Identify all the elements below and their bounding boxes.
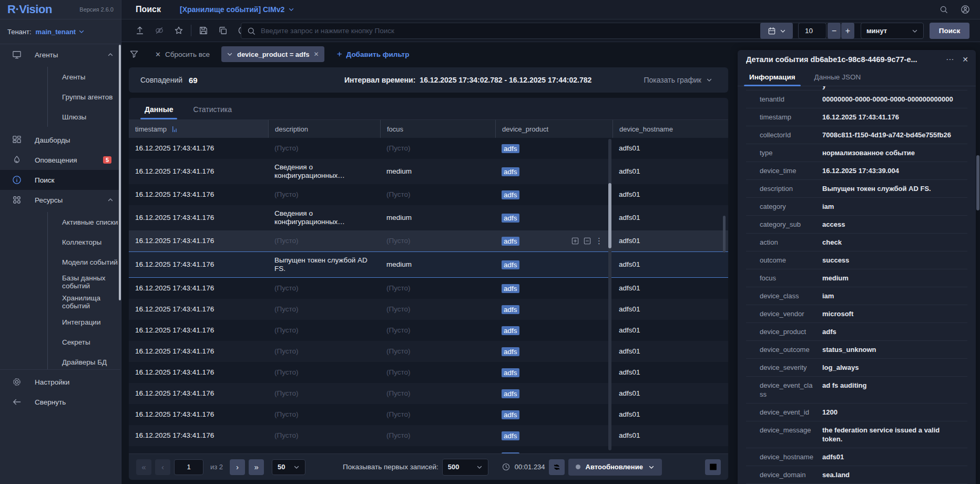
table-row[interactable]: 16.12.2025 17:43:41.176(Пусто)(Пусто)adf… <box>129 299 728 320</box>
sidebar-item-alerts[interactable]: Оповещения5 <box>0 150 121 170</box>
sidebar-subitem[interactable]: Агенты <box>48 67 121 87</box>
sidebar-subitem[interactable]: Коллекторы <box>48 232 121 252</box>
export-icon[interactable] <box>135 25 145 36</box>
field-row[interactable]: device_outcomestatus_unknown <box>746 341 967 359</box>
copy-icon[interactable] <box>218 25 228 36</box>
field-row[interactable]: device_messagethe federation service iss… <box>746 421 967 448</box>
sidebar-subitem[interactable]: Интеграции <box>48 312 121 332</box>
field-row[interactable]: device_domainsea.land <box>746 466 967 484</box>
sidebar-subitem[interactable]: Модели событий <box>48 252 121 272</box>
tenant-selector[interactable]: main_tenant <box>36 28 85 36</box>
field-row[interactable]: category_subaccess <box>746 216 967 234</box>
field-row[interactable]: device_vendormicrosoft <box>746 305 967 323</box>
table-row[interactable]: 16.12.2025 17:43:41.176(Пусто)(Пусто)adf… <box>129 230 728 251</box>
table-row[interactable]: 16.12.2025 17:43:41.176(Пусто)(Пусто)adf… <box>129 278 728 299</box>
row-menu-icon[interactable]: ⋮ <box>595 237 603 245</box>
table-row[interactable]: 16.12.2025 17:43:41.176(Пусто)(Пусто)adf… <box>129 184 728 205</box>
sidebar-subitem[interactable]: Базы данных событий <box>48 272 121 292</box>
field-row[interactable]: categoryiam <box>746 198 967 216</box>
column-header-timestamp[interactable]: timestamp <box>129 120 268 138</box>
sidebar-item-dashboards[interactable]: Дашборды <box>0 130 121 150</box>
date-range-button[interactable] <box>760 23 793 39</box>
collapse-row-icon[interactable] <box>583 237 591 245</box>
sidebar-subitem[interactable]: Шлюзы <box>48 107 121 127</box>
link-icon[interactable] <box>154 25 165 36</box>
column-settings-button[interactable] <box>705 459 721 475</box>
tab-data[interactable]: Данные <box>137 100 180 119</box>
field-row[interactable]: device_time16.12.2025 17:43:39.004 <box>746 162 967 180</box>
account-icon[interactable] <box>960 4 971 15</box>
field-row[interactable]: typeнормализованное событие <box>746 144 967 162</box>
sidebar-subitem[interactable]: Хранилища событий <box>48 292 121 312</box>
card-scrollbar[interactable] <box>723 216 726 253</box>
next-page-button[interactable]: › <box>230 459 245 475</box>
expand-row-icon[interactable] <box>571 237 579 245</box>
table-row[interactable]: 16.12.2025 17:43:41.176(Пусто)(Пусто)adf… <box>129 404 728 425</box>
sidebar-footer-collapse[interactable]: Свернуть <box>0 392 120 412</box>
first-page-button[interactable]: « <box>136 459 151 475</box>
column-header-focus[interactable]: focus <box>380 120 495 138</box>
chevron-up-icon[interactable] <box>107 197 114 203</box>
save-icon[interactable] <box>198 25 209 36</box>
field-row[interactable]: tenantId00000000-0000-0000-0000-00000000… <box>746 90 967 108</box>
close-icon[interactable]: ✕ <box>314 51 319 58</box>
table-scrollbar[interactable] <box>608 183 611 248</box>
sidebar-subitem[interactable]: Секреты <box>48 332 121 352</box>
show-chart-button[interactable]: Показать график <box>644 76 712 84</box>
storage-selector[interactable]: [Хранилище событий] CIMv2 <box>180 5 294 14</box>
refresh-button[interactable] <box>549 459 565 475</box>
sidebar-item-search[interactable]: Поиск <box>0 170 121 190</box>
details-menu-icon[interactable]: ⋮ <box>945 56 955 64</box>
tab-statistics[interactable]: Статистика <box>186 100 239 119</box>
sidebar-item-agents[interactable]: Агенты <box>0 45 121 65</box>
page-size-select[interactable]: 50 <box>272 459 305 475</box>
sidebar-subitem[interactable]: Активные списки <box>48 212 121 232</box>
field-row[interactable]: collectorId7008c811-f150-4d19-a742-bd45e… <box>746 126 967 144</box>
details-tab-info[interactable]: Информация <box>743 69 802 86</box>
sidebar-item-resources[interactable]: Ресурсы <box>0 190 121 210</box>
interval-unit-select[interactable]: минут <box>861 23 924 39</box>
sidebar-scrollbar[interactable] <box>119 45 121 300</box>
field-row[interactable]: device_severitylog_always <box>746 359 967 377</box>
table-row[interactable]: 16.12.2025 17:43:41.176(Пусто)(Пусто)adf… <box>129 320 728 341</box>
field-row[interactable]: device_classiam <box>746 287 967 305</box>
table-row[interactable]: 16.12.2025 17:43:41.176(Пусто)(Пусто)adf… <box>129 383 728 404</box>
show-first-select[interactable]: 500 <box>442 459 488 476</box>
field-row[interactable]: outcomesuccess <box>746 251 967 269</box>
details-tab-json[interactable]: Данные JSON <box>808 69 867 86</box>
column-header-device_hostname[interactable]: device_hostname <box>612 120 728 138</box>
sidebar-subitem[interactable]: Группы агентов <box>48 87 121 107</box>
table-row[interactable]: 16.12.2025 17:43:41.176(Пусто)(Пусто)adf… <box>129 446 728 453</box>
sidebar-subitem[interactable]: Драйверы БД <box>48 352 121 369</box>
table-row[interactable]: 16.12.2025 17:43:41.176(Пусто)(Пусто)adf… <box>129 341 728 362</box>
field-row[interactable]: device_productadfs <box>746 323 967 341</box>
field-row[interactable]: actioncheck <box>746 234 967 251</box>
chevron-up-icon[interactable] <box>107 52 114 58</box>
field-row[interactable]: timestamp16.12.2025 17:43:41.176 <box>746 108 967 126</box>
table-row[interactable]: 16.12.2025 17:43:41.176Выпущен токен слу… <box>129 251 728 278</box>
field-row[interactable]: device_event_id1200 <box>746 404 967 421</box>
field-row[interactable]: descriptionВыпущен токен службой AD FS. <box>746 180 967 198</box>
global-search-icon[interactable] <box>939 5 948 14</box>
interval-value-input[interactable] <box>799 23 826 38</box>
prev-page-button[interactable]: ‹ <box>155 459 170 475</box>
table-row[interactable]: 16.12.2025 17:43:41.176Сведения о конфиг… <box>129 159 728 184</box>
filter-chip[interactable]: device_product = adfs ✕ <box>221 46 324 62</box>
last-page-button[interactable]: » <box>249 459 264 475</box>
column-header-description[interactable]: description <box>268 120 380 138</box>
field-row[interactable]: focusmedium <box>746 269 967 287</box>
column-header-device_product[interactable]: device_product <box>495 120 612 138</box>
table-row[interactable]: 16.12.2025 17:43:41.176(Пусто)(Пусто)adf… <box>129 425 728 446</box>
add-filter-button[interactable]: + Добавить фильтр <box>337 49 410 59</box>
window-scrollbar[interactable] <box>976 155 979 210</box>
sidebar-footer-settings[interactable]: Настройки <box>0 372 120 392</box>
interval-increment-button[interactable]: + <box>841 23 854 39</box>
field-row[interactable]: device_hostnameadfs01 <box>746 448 967 466</box>
table-row[interactable]: 16.12.2025 17:43:41.176(Пусто)(Пусто)adf… <box>129 138 728 159</box>
search-button[interactable]: Поиск <box>930 23 969 39</box>
page-number-input[interactable] <box>174 459 203 475</box>
details-close-icon[interactable]: ✕ <box>962 55 968 64</box>
table-row[interactable]: 16.12.2025 17:43:41.176(Пусто)(Пусто)adf… <box>129 362 728 383</box>
table-row[interactable]: 16.12.2025 17:43:41.176Сведения о конфиг… <box>129 205 728 230</box>
field-row[interactable]: device_event_classad fs auditing <box>746 377 967 404</box>
